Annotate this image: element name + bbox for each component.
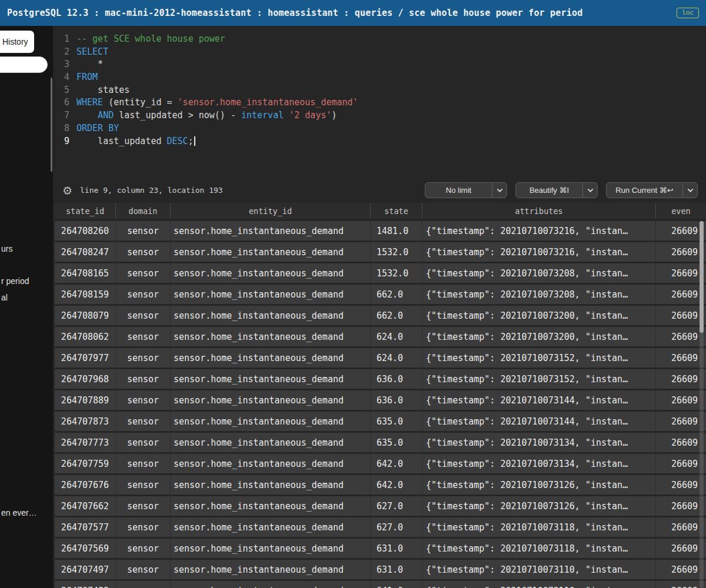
cell-state_id[interactable]: 264708247: [55, 242, 116, 262]
chevron-down-icon[interactable]: [683, 183, 697, 198]
cell-state_id[interactable]: 264708159: [55, 285, 116, 304]
table-row[interactable]: 264707759sensorsensor.home_instantaneous…: [55, 454, 706, 473]
column-header-domain[interactable]: domain: [116, 203, 171, 219]
cell-domain[interactable]: sensor: [116, 348, 171, 368]
cell-state[interactable]: 635.0: [371, 412, 422, 431]
cell-state[interactable]: 624.0: [371, 348, 422, 368]
cell-state_id[interactable]: 264708165: [55, 263, 116, 283]
cell-state[interactable]: 662.0: [371, 285, 422, 304]
cell-state_id[interactable]: 264707577: [55, 517, 116, 537]
cell-state_id[interactable]: 264707968: [55, 369, 116, 389]
cell-state_id[interactable]: 264707773: [55, 433, 116, 452]
cell-state[interactable]: 636.0: [371, 390, 422, 410]
cell-even[interactable]: 26609: [656, 348, 706, 368]
table-row[interactable]: 264708079sensorsensor.home_instantaneous…: [55, 306, 706, 325]
cell-state[interactable]: 662.0: [371, 306, 422, 325]
table-row[interactable]: 264707577sensorsensor.home_instantaneous…: [55, 517, 706, 537]
sidebar-item[interactable]: r period: [0, 276, 29, 286]
cell-even[interactable]: 26609: [656, 517, 706, 537]
table-row[interactable]: 264707889sensorsensor.home_instantaneous…: [55, 390, 706, 410]
scrollbar-thumb[interactable]: [700, 221, 704, 333]
cell-entity_id[interactable]: sensor.home_instantaneous_demand: [171, 327, 371, 346]
cell-even[interactable]: 26609: [656, 475, 706, 495]
table-row[interactable]: 264707569sensorsensor.home_instantaneous…: [55, 539, 706, 558]
cell-attributes[interactable]: {"timestamp": 20210710073216, "instan…: [422, 221, 656, 240]
cell-entity_id[interactable]: sensor.home_instantaneous_demand: [171, 242, 371, 262]
cell-state[interactable]: 624.0: [371, 327, 422, 346]
cell-attributes[interactable]: {"timestamp": 20210710073200, "instan…: [422, 327, 656, 346]
column-header-even[interactable]: even: [656, 203, 706, 219]
cell-even[interactable]: 26609: [656, 369, 706, 389]
cell-attributes[interactable]: {"timestamp": 20210710073144, "instan…: [422, 412, 656, 431]
cell-attributes[interactable]: {"timestamp": 20210710073126, "instan…: [422, 496, 656, 516]
cell-state_id[interactable]: 264708079: [55, 306, 116, 325]
search-input[interactable]: [0, 56, 48, 73]
cell-domain[interactable]: sensor: [116, 496, 171, 516]
cell-attributes[interactable]: {"timestamp": 20210710073152, "instan…: [422, 348, 656, 368]
cell-domain[interactable]: sensor: [116, 433, 171, 452]
cell-domain[interactable]: sensor: [116, 285, 171, 304]
cell-attributes[interactable]: {"timestamp": 20210710073110, "instan…: [422, 560, 656, 579]
cell-entity_id[interactable]: sensor.home_instantaneous_demand: [171, 369, 371, 389]
cell-domain[interactable]: sensor: [116, 517, 171, 537]
table-row[interactable]: 264708260sensorsensor.home_instantaneous…: [55, 221, 706, 240]
table-row[interactable]: 264707483sensorsensor.home_instantaneous…: [55, 581, 706, 588]
cell-state[interactable]: 627.0: [371, 517, 422, 537]
cell-even[interactable]: 26609: [656, 560, 706, 579]
table-row[interactable]: 264707662sensorsensor.home_instantaneous…: [55, 496, 706, 516]
table-row[interactable]: 264708159sensorsensor.home_instantaneous…: [55, 285, 706, 304]
cell-state_id[interactable]: 264707497: [55, 560, 116, 579]
cell-state_id[interactable]: 264707759: [55, 454, 116, 473]
button-no[interactable]: No limit: [425, 182, 507, 198]
cell-attributes[interactable]: {"timestamp": 20210710073208, "instan…: [422, 263, 656, 283]
cell-even[interactable]: 26609: [656, 412, 706, 431]
cell-even[interactable]: 26609: [656, 539, 706, 558]
cell-state_id[interactable]: 264707676: [55, 475, 116, 495]
cell-domain[interactable]: sensor: [116, 581, 171, 588]
cell-state_id[interactable]: 264708062: [55, 327, 116, 346]
cell-entity_id[interactable]: sensor.home_instantaneous_demand: [171, 221, 371, 240]
cell-even[interactable]: 26609: [656, 581, 706, 588]
cell-domain[interactable]: sensor: [116, 306, 171, 325]
cell-even[interactable]: 26609: [656, 327, 706, 346]
grid-scrollbar[interactable]: [700, 221, 704, 588]
table-row[interactable]: 264707977sensorsensor.home_instantaneous…: [55, 348, 706, 368]
cell-attributes[interactable]: {"timestamp": 20210710073126, "instan…: [422, 475, 656, 495]
cell-state_id[interactable]: 264707662: [55, 496, 116, 516]
cell-state[interactable]: 641.0: [371, 581, 422, 588]
cell-state_id[interactable]: 264708260: [55, 221, 116, 240]
cell-domain[interactable]: sensor: [116, 369, 171, 389]
sidebar-item[interactable]: en ever…: [0, 508, 37, 517]
column-header-entity_id[interactable]: entity_id: [171, 203, 371, 219]
cell-state[interactable]: 1532.0: [371, 242, 422, 262]
cell-entity_id[interactable]: sensor.home_instantaneous_demand: [171, 263, 371, 283]
cell-even[interactable]: 26609: [656, 454, 706, 473]
cell-attributes[interactable]: {"timestamp": 20210710073208, "instan…: [422, 285, 656, 304]
cell-domain[interactable]: sensor: [116, 475, 171, 495]
cell-state_id[interactable]: 264707873: [55, 412, 116, 431]
cell-state[interactable]: 642.0: [371, 475, 422, 495]
cell-domain[interactable]: sensor: [116, 263, 171, 283]
cell-attributes[interactable]: {"timestamp": 20210710073144, "instan…: [422, 390, 656, 410]
cell-entity_id[interactable]: sensor.home_instantaneous_demand: [171, 412, 371, 431]
cell-entity_id[interactable]: sensor.home_instantaneous_demand: [171, 496, 371, 516]
cell-entity_id[interactable]: sensor.home_instantaneous_demand: [171, 475, 371, 495]
table-row[interactable]: 264708165sensorsensor.home_instantaneous…: [55, 263, 706, 283]
cell-attributes[interactable]: {"timestamp": 20210710073110, "instan…: [422, 581, 656, 588]
loc-badge[interactable]: loc: [677, 8, 699, 18]
table-row[interactable]: 264708247sensorsensor.home_instantaneous…: [55, 242, 706, 262]
cell-state[interactable]: 1532.0: [371, 263, 422, 283]
button-run[interactable]: Run Current ⌘↩: [606, 182, 698, 198]
table-row[interactable]: 264707497sensorsensor.home_instantaneous…: [55, 560, 706, 579]
column-header-attributes[interactable]: attributes: [422, 203, 656, 219]
cell-even[interactable]: 26609: [656, 263, 706, 283]
cell-entity_id[interactable]: sensor.home_instantaneous_demand: [171, 285, 371, 304]
table-row[interactable]: 264707873sensorsensor.home_instantaneous…: [55, 412, 706, 431]
sql-editor[interactable]: 1-- get SCE whole house power2SELECT3 *4…: [53, 26, 706, 178]
cell-domain[interactable]: sensor: [116, 412, 171, 431]
cell-entity_id[interactable]: sensor.home_instantaneous_demand: [171, 433, 371, 452]
cell-attributes[interactable]: {"timestamp": 20210710073216, "instan…: [422, 242, 656, 262]
cell-domain[interactable]: sensor: [116, 454, 171, 473]
cell-entity_id[interactable]: sensor.home_instantaneous_demand: [171, 581, 371, 588]
cell-domain[interactable]: sensor: [116, 390, 171, 410]
